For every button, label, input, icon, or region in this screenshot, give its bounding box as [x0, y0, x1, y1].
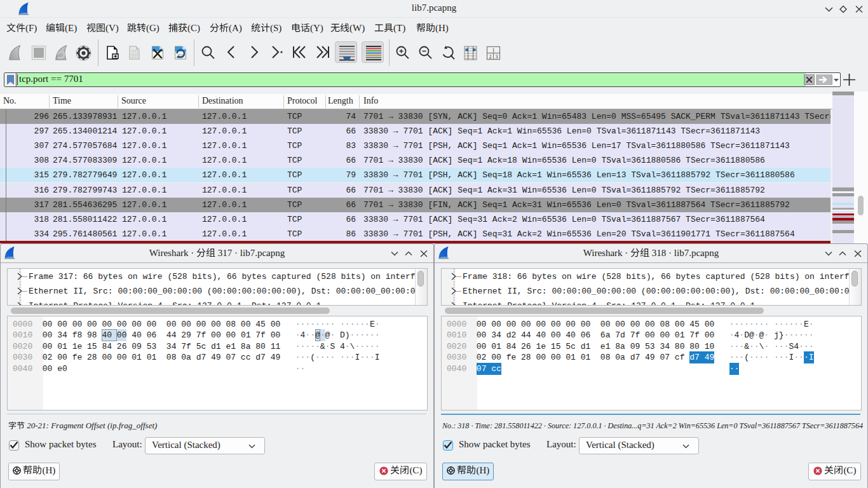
svg-text:0111: 0111	[132, 55, 139, 58]
svg-text:2: 2	[489, 54, 492, 60]
svg-text:1: 1	[492, 48, 495, 53]
svg-text:3: 3	[496, 54, 498, 60]
